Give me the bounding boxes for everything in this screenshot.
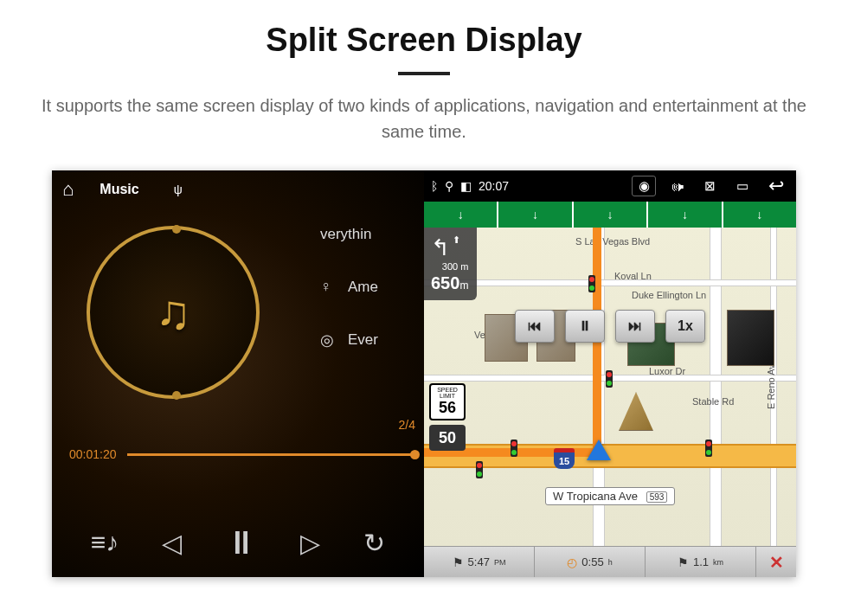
lane-3: ↓	[574, 202, 648, 228]
turn-distance-big: 650	[431, 273, 459, 292]
traffic-light-5	[476, 461, 483, 478]
media-overlay-controls: ⏮ ⏸ ⏭ 1x	[515, 310, 705, 343]
music-note-icon: ♫	[155, 285, 190, 340]
flag-icon-2: ⚑	[678, 555, 689, 569]
road-koval	[424, 279, 796, 286]
turn-left-icon: ↰	[431, 234, 450, 261]
lane-guidance-bar: ↓ ↓ ↓ ↓ ↓	[424, 202, 796, 228]
traffic-light-2	[606, 370, 613, 388]
footer-distance[interactable]: ⚑ 1.1 km	[646, 547, 756, 577]
track-row-3[interactable]: ◎ Ever	[320, 330, 378, 350]
street-luxor: Luxor Dr	[649, 366, 685, 376]
building-black	[727, 310, 774, 366]
interstate-shield: 15	[554, 448, 575, 469]
home-icon[interactable]: ⌂	[62, 178, 74, 201]
distance-unit: km	[713, 558, 723, 567]
split-screenshot: ⌂ Music ψ ♫ verythin ♀ Ame ◎ Ever	[52, 170, 796, 577]
status-bar: ᛒ ⚲ ◧ 20:07 ◉ 🕪 ⊠ ▭ ↩	[424, 170, 796, 202]
close-icon: ✕	[769, 552, 784, 573]
lane-1: ↓	[424, 202, 498, 228]
overlay-next-button[interactable]: ⏭	[615, 310, 655, 343]
speed-limit-label-1: SPEED	[433, 387, 462, 393]
location-icon: ⚲	[445, 179, 453, 193]
nav-footer: ⚑ 5:47 PM ◴ 0:55 h ⚑ 1.1 km ✕	[424, 546, 796, 577]
footer-duration[interactable]: ◴ 0:55 h	[535, 547, 646, 577]
target-icon: ◎	[320, 330, 337, 350]
recent-apps-icon[interactable]: ▭	[730, 176, 755, 196]
building-luxor	[619, 392, 653, 431]
elapsed-time: 00:01:20	[69, 447, 117, 461]
current-position-arrow	[587, 440, 611, 460]
album-art-circle: ♫	[87, 226, 260, 399]
turn-instruction-panel: ↰ ⬆ 300 m 650m	[424, 228, 477, 300]
music-topbar: ⌂ Music ψ	[52, 170, 424, 209]
usb-icon[interactable]: ψ	[174, 183, 183, 196]
page-subtitle: It supports the same screen display of t…	[35, 93, 813, 144]
close-app-icon[interactable]: ⊠	[697, 176, 722, 196]
page-title: Split Screen Display	[0, 0, 848, 59]
bluetooth-icon: ᛒ	[431, 179, 438, 193]
track-row-1[interactable]: verythin	[320, 226, 378, 243]
flag-icon-1: ⚑	[453, 555, 464, 569]
overlay-speed-button[interactable]: 1x	[665, 310, 705, 343]
street-reno: E Reno Ave	[766, 359, 776, 409]
duration-suffix: h	[608, 558, 613, 567]
music-body: ♫ verythin ♀ Ame ◎ Ever 2/4 00:01:20	[52, 209, 424, 477]
traffic-light-4	[705, 440, 712, 457]
overlay-prev-button[interactable]: ⏮	[515, 310, 555, 343]
lane-4: ↓	[648, 202, 723, 228]
street-duke: Duke Ellington Ln	[632, 290, 706, 300]
title-underline	[398, 72, 450, 75]
clock-icon: ◴	[567, 555, 577, 569]
track-list: verythin ♀ Ame ◎ Ever	[320, 226, 378, 384]
overlay-pause-button[interactable]: ⏸	[565, 310, 605, 343]
street-s-las-vegas: S Las Vegas Blvd	[575, 236, 650, 247]
track-3-label: Ever	[348, 331, 378, 349]
map-canvas[interactable]: S Las Vegas Blvd Koval Ln Duke Ellington…	[424, 228, 796, 546]
turn-distance-small: 300 m	[431, 261, 468, 273]
duration-value: 0:55	[581, 555, 603, 568]
track-row-2[interactable]: ♀ Ame	[320, 278, 378, 296]
traffic-light-3	[511, 440, 517, 457]
street-stable: Stable Rd	[692, 396, 734, 407]
progress-bar[interactable]	[127, 453, 416, 456]
volume-icon[interactable]: 🕪	[665, 176, 689, 196]
distance-value: 1.1	[693, 555, 709, 568]
lane-5: ↓	[723, 202, 796, 228]
track-index: 2/4	[399, 418, 415, 432]
music-app-label: Music	[100, 182, 138, 197]
progress-row: 00:01:20	[69, 447, 415, 461]
music-pane: ⌂ Music ψ ♫ verythin ♀ Ame ◎ Ever	[52, 170, 424, 577]
turn-distance-unit: m	[459, 279, 468, 292]
street-koval: Koval Ln	[614, 271, 652, 281]
screenshot-icon[interactable]: ◉	[632, 176, 656, 196]
street-tropicana-text: W Tropicana Ave	[553, 490, 638, 503]
lane-2: ↓	[498, 202, 573, 228]
footer-eta[interactable]: ⚑ 5:47 PM	[424, 547, 535, 577]
address-pin: 593	[646, 491, 668, 503]
speed-limit-value: 56	[433, 399, 462, 417]
current-speed: 50	[429, 425, 466, 451]
track-1-label: verythin	[320, 226, 372, 243]
footer-close-button[interactable]: ✕	[756, 547, 796, 577]
repeat-button[interactable]: ↻	[363, 528, 385, 558]
prev-track-button[interactable]: ◁	[162, 528, 182, 558]
navigation-pane: ᛒ ⚲ ◧ 20:07 ◉ 🕪 ⊠ ▭ ↩ ↓ ↓ ↓ ↓ ↓	[424, 170, 796, 577]
playlist-button[interactable]: ≡♪	[91, 528, 119, 557]
clock: 20:07	[479, 179, 509, 193]
wifi-icon: ◧	[460, 179, 472, 193]
back-icon[interactable]: ↩	[763, 175, 789, 197]
speed-limit-sign: SPEED LIMIT 56	[429, 383, 466, 420]
road-vertical-2	[710, 228, 722, 546]
track-2-label: Ame	[348, 279, 378, 296]
pause-button[interactable]: ⏸	[225, 524, 258, 561]
eta-value: 5:47	[468, 555, 490, 568]
street-tropicana: W Tropicana Ave 593	[545, 487, 675, 505]
eta-suffix: PM	[494, 558, 506, 567]
traffic-light-1	[588, 275, 595, 292]
music-controls: ≡♪ ◁ ⏸ ▷ ↻	[52, 508, 424, 577]
next-track-button[interactable]: ▷	[300, 528, 320, 558]
person-icon: ♀	[320, 278, 337, 296]
speed-limit-label-2: LIMIT	[433, 393, 462, 399]
